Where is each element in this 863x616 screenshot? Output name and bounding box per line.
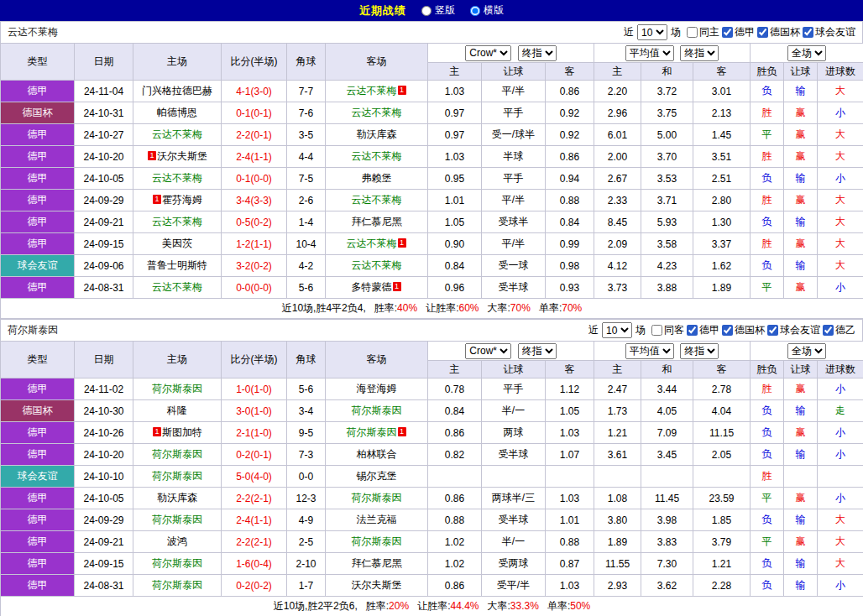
score-cell: 0-2(0-2)	[222, 575, 287, 597]
col-header-euro-home: 主	[594, 361, 641, 378]
odds-cell: 3.53	[641, 168, 693, 190]
corners-cell: 1-7	[287, 575, 326, 597]
layout-option-horizontal[interactable]: 横版	[470, 3, 504, 18]
checkbox-input[interactable]	[757, 27, 768, 38]
checkbox-input[interactable]	[687, 325, 698, 336]
games-label: 场	[671, 25, 681, 39]
odds-cell: 0.84	[546, 211, 594, 233]
corners-cell: 7-7	[287, 81, 326, 102]
checkbox-input[interactable]	[687, 27, 698, 38]
checkbox-input[interactable]	[823, 325, 834, 336]
date-cell: 24-10-20	[75, 146, 133, 168]
odds-cell: 2.28	[693, 575, 751, 597]
result-cell: 小	[818, 168, 863, 190]
checkbox-input[interactable]	[651, 325, 662, 336]
filter-checkbox-德甲[interactable]: 德甲	[687, 323, 719, 337]
topbar: 近期战绩 竖版 横版	[0, 0, 863, 21]
match-row: 球会友谊24-09-06普鲁士明斯特3-2(0-2)4-2云达不莱梅0.84受一…	[1, 255, 863, 277]
checkbox-label: 德国杯	[735, 323, 765, 337]
filter-checkbox-德国杯[interactable]: 德国杯	[757, 25, 800, 39]
odds-cell: 3.61	[594, 444, 641, 466]
filter-checkbox-德国杯[interactable]: 德国杯	[722, 323, 765, 337]
checkbox-input[interactable]	[803, 27, 813, 38]
odds-cell: 1.01	[428, 190, 482, 211]
col-header-asian-home: 主	[428, 361, 482, 378]
odds-cell: 2.20	[594, 81, 641, 102]
odds-cell	[641, 466, 693, 488]
away-team-cell: 柏林联合	[326, 444, 428, 466]
result-cell: 大	[818, 81, 863, 102]
stat-label: 单率:	[547, 600, 570, 612]
period-select[interactable]: 全场	[787, 45, 826, 61]
col-header-euro-away: 客	[693, 361, 751, 378]
odds-cell: 7.30	[641, 553, 693, 575]
odds-cell: 0.97	[428, 124, 482, 146]
odds-cell: 5.93	[641, 211, 693, 233]
odds-cell: 受半球	[482, 444, 546, 466]
filter-checkbox-同主[interactable]: 同主	[687, 25, 719, 39]
vertical-radio[interactable]	[421, 6, 432, 16]
recent-count-select[interactable]: 10	[637, 24, 667, 40]
odds-cell: 3.88	[641, 277, 693, 299]
odds-cell	[693, 466, 751, 488]
odds-company-select[interactable]: Crow*	[465, 45, 511, 61]
filter-checkbox-球会友谊[interactable]: 球会友谊	[767, 323, 820, 337]
odds-stage-select-2[interactable]: 终指	[680, 45, 719, 61]
checkbox-input[interactable]	[767, 325, 778, 336]
team-name: 多特蒙德	[352, 281, 392, 293]
odds-cell: 11.45	[641, 488, 693, 509]
away-team-cell: 荷尔斯泰因	[326, 488, 428, 509]
result-cell: 负	[751, 575, 784, 597]
filter-checkbox-球会友谊[interactable]: 球会友谊	[803, 25, 855, 39]
odds-cell: 3.72	[641, 81, 693, 102]
odds-stage-select-1[interactable]: 终指	[518, 343, 557, 359]
league-cell: 德国杯	[1, 400, 75, 422]
result-cell: 大	[818, 531, 863, 553]
home-team-cell: 1霍芬海姆	[133, 190, 222, 211]
team-name: 荷尔斯泰因	[152, 383, 202, 394]
away-team-cell: 海登海姆	[326, 378, 428, 400]
odds-cell: 0.84	[428, 400, 482, 422]
odds-cell: 2.33	[594, 190, 641, 211]
checkbox-input[interactable]	[722, 27, 733, 38]
league-cell: 德甲	[1, 233, 75, 255]
period-select[interactable]: 全场	[787, 343, 826, 359]
result-cell: 大	[818, 509, 863, 531]
europe-average-select[interactable]: 平均值	[625, 343, 674, 359]
odds-cell: 1.62	[693, 255, 751, 277]
col-header-score: 比分(半场)	[222, 342, 287, 378]
date-cell: 24-10-20	[75, 444, 133, 466]
result-cell: 胜	[751, 190, 784, 211]
odds-cell	[546, 466, 594, 488]
odds-company-select[interactable]: Crow*	[465, 343, 511, 359]
odds-cell: 2.47	[594, 378, 641, 400]
horizontal-radio[interactable]	[470, 6, 480, 16]
odds-cell: 1.03	[546, 575, 594, 597]
odds-stage-select-1[interactable]: 终指	[518, 45, 557, 61]
team-name: 沃尔夫斯堡	[352, 579, 402, 591]
filter-checkbox-德甲[interactable]: 德甲	[722, 25, 755, 39]
odds-cell: 11.15	[693, 422, 751, 444]
col-header-date: 日期	[75, 44, 133, 81]
layout-option-vertical[interactable]: 竖版	[421, 3, 455, 18]
away-team-cell: 云达不莱梅	[326, 255, 428, 277]
odds-cell: 6.01	[594, 124, 641, 146]
recent-count-select[interactable]: 10	[602, 322, 632, 338]
away-team-cell: 拜仁慕尼黑	[326, 211, 428, 233]
odds-stage-select-2[interactable]: 终指	[680, 343, 719, 359]
corners-cell: 3-5	[287, 124, 326, 146]
odds-cell: 1.02	[428, 531, 482, 553]
corners-cell: 7-3	[287, 444, 326, 466]
europe-average-select[interactable]: 平均值	[625, 45, 674, 61]
date-cell: 24-09-21	[75, 531, 133, 553]
match-row: 德甲24-11-04门兴格拉德巴赫4-1(3-0)7-7云达不莱梅11.03平/…	[1, 81, 863, 102]
checkbox-input[interactable]	[722, 325, 733, 336]
score-cell: 0-1(0-1)	[222, 102, 287, 124]
odds-company-header: Crow* 终指	[428, 342, 594, 361]
stat-value: 44.4%	[450, 600, 479, 612]
result-cell: 小	[818, 444, 863, 466]
filter-checkbox-德乙[interactable]: 德乙	[823, 323, 855, 337]
filter-checkbox-同客[interactable]: 同客	[651, 323, 684, 337]
result-cell: 胜	[751, 146, 784, 168]
odds-cell: 受球半	[482, 211, 546, 233]
